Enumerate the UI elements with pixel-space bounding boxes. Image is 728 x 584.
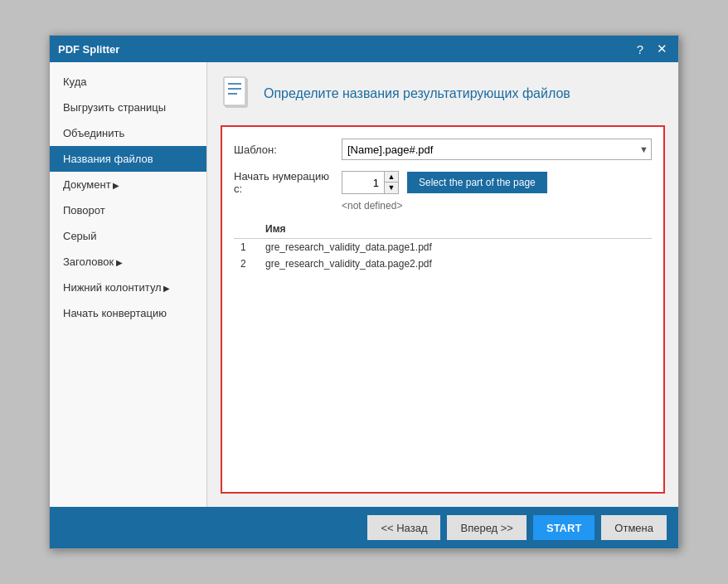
table-row: 1 gre_research_validity_data.page1.pdf [234, 239, 652, 256]
col-num-header [234, 220, 259, 239]
sidebar-item-header[interactable]: Заголовок [50, 249, 206, 275]
forward-button[interactable]: Вперед >> [447, 515, 527, 540]
sidebar-item-where[interactable]: Куда [50, 69, 206, 95]
panel-title: Определите названия результатирующих фай… [264, 86, 570, 101]
help-button[interactable]: ? [632, 42, 648, 56]
row-num: 2 [234, 256, 259, 272]
row-num: 1 [234, 239, 259, 256]
template-label: Шаблон: [234, 144, 333, 156]
close-button[interactable]: ✕ [653, 41, 670, 56]
numbering-label: Начать нумерацию с: [234, 170, 333, 195]
main-window: PDF Splitter ? ✕ Куда Выгрузить страницы… [49, 35, 679, 549]
sidebar-item-footer[interactable]: Нижний колонтитул [50, 275, 206, 300]
spinner-up-button[interactable]: ▲ [385, 172, 398, 182]
template-row: Шаблон: [Name].page#.pdf ▼ [234, 139, 652, 160]
sidebar-item-document[interactable]: Документ [50, 172, 206, 197]
spinner-down-button[interactable]: ▼ [385, 182, 398, 193]
numbering-row: Начать нумерацию с: ▲ ▼ Select the part … [234, 170, 652, 195]
main-panel: Определите названия результатирующих фай… [207, 62, 678, 507]
titlebar: PDF Splitter ? ✕ [50, 36, 678, 62]
window-title: PDF Splitter [58, 43, 632, 56]
content-area: Куда Выгрузить страницы Объединить Назва… [50, 62, 678, 507]
number-input-wrapper: ▲ ▼ [342, 171, 399, 194]
panel-icon [221, 75, 254, 112]
row-name: gre_research_validity_data.page2.pdf [259, 256, 652, 272]
panel-box: Шаблон: [Name].page#.pdf ▼ Начать нумера… [221, 125, 665, 494]
svg-rect-1 [224, 77, 245, 105]
select-page-button[interactable]: Select the part of the page [407, 172, 547, 193]
sidebar-item-gray[interactable]: Серый [50, 223, 206, 249]
back-button[interactable]: << Назад [367, 515, 440, 540]
sidebar-item-merge[interactable]: Объединить [50, 120, 206, 146]
sidebar-item-unload[interactable]: Выгрузить страницы [50, 95, 206, 120]
start-button[interactable]: START [533, 515, 595, 540]
not-defined-text: <not defined> [342, 200, 652, 212]
sidebar-item-start[interactable]: Начать конвертацию [50, 300, 206, 326]
titlebar-buttons: ? ✕ [632, 41, 670, 56]
cancel-button[interactable]: Отмена [601, 515, 667, 540]
file-table: Имя 1 gre_research_validity_data.page1.p… [234, 220, 652, 272]
template-select[interactable]: [Name].page#.pdf [342, 139, 652, 160]
panel-header: Определите названия результатирующих фай… [221, 75, 665, 112]
sidebar-item-rotation[interactable]: Поворот [50, 197, 206, 223]
numbering-input[interactable] [342, 172, 384, 193]
footer: << Назад Вперед >> START Отмена [50, 507, 678, 548]
sidebar: Куда Выгрузить страницы Объединить Назва… [50, 62, 207, 507]
row-name: gre_research_validity_data.page1.pdf [259, 239, 652, 256]
col-name-header: Имя [259, 220, 652, 239]
table-row: 2 gre_research_validity_data.page2.pdf [234, 256, 652, 272]
template-select-wrapper: [Name].page#.pdf ▼ [342, 139, 652, 160]
number-spinners: ▲ ▼ [384, 172, 398, 193]
sidebar-item-filenames[interactable]: Названия файлов [50, 146, 206, 172]
